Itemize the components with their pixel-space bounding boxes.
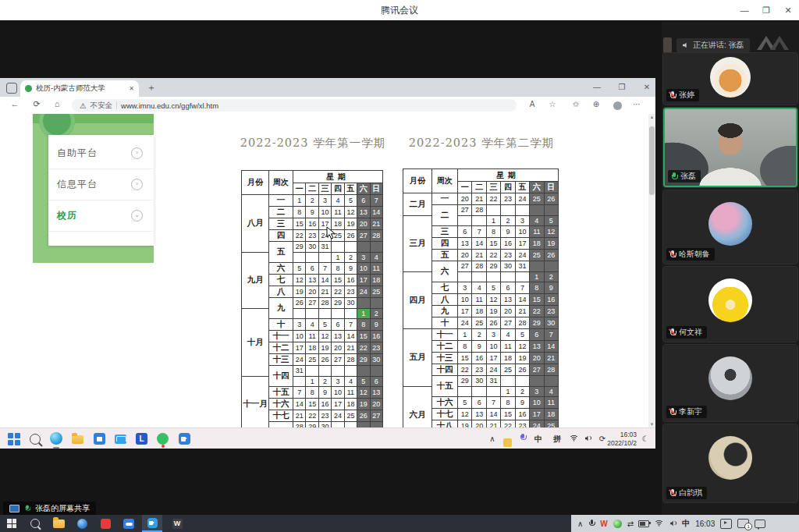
day-name-header: 日 — [544, 182, 558, 193]
browser-minimize-button[interactable]: — — [587, 78, 607, 97]
security-shield-icon[interactable] — [503, 432, 517, 445]
week-number-cell: 十四 — [432, 364, 458, 376]
calendar-day-cell — [501, 205, 515, 216]
scrollbar-thumb[interactable] — [649, 126, 655, 195]
tray-wifi-icon[interactable] — [570, 428, 581, 449]
video-player-tray-icon[interactable] — [720, 519, 732, 529]
browser-app-icon[interactable] — [72, 515, 92, 532]
tray-volume-icon[interactable] — [584, 428, 595, 449]
new-tab-button[interactable]: ＋ — [147, 81, 156, 94]
calendar-day-cell: 3 — [486, 329, 500, 341]
scroll-down-icon[interactable]: ▼ — [648, 422, 655, 427]
page-scrollbar[interactable]: ▲ ▼ — [648, 114, 655, 427]
participant-tile[interactable]: 哈斯朝鲁 — [663, 190, 797, 264]
calendar-day-cell: 21 — [472, 193, 486, 205]
ime-pinyin-indicator[interactable]: 拼 — [551, 428, 563, 449]
store-icon[interactable] — [94, 432, 107, 445]
green-app-icon[interactable] — [157, 432, 170, 445]
minimize-button[interactable]: — — [733, 0, 755, 20]
antivirus-globe-icon[interactable] — [613, 520, 622, 528]
focus-assist-moon-icon[interactable]: ☾ — [640, 428, 651, 449]
browser-close-button[interactable]: ✕ — [637, 78, 655, 97]
wps-tray-icon[interactable]: W — [600, 520, 607, 528]
l-app-icon[interactable]: L — [136, 432, 149, 445]
calendar-day-cell — [293, 376, 306, 387]
sync-icon[interactable]: ⟳ — [597, 428, 608, 449]
semester1-title: 2022-2023 学年第一学期 — [239, 136, 387, 151]
sidebar-item-info-platform[interactable]: 信息平台 › — [48, 169, 154, 200]
weekday-group-header: 星期 — [293, 171, 383, 183]
search-icon[interactable] — [25, 515, 45, 532]
browser-maximize-button[interactable]: ❐ — [612, 78, 632, 97]
clock[interactable]: 16:03 2022/10/2 — [607, 431, 637, 447]
calendar-day-cell: 22 — [458, 364, 472, 376]
red-app-icon[interactable] — [95, 515, 115, 532]
cloud-app-icon[interactable] — [119, 515, 139, 532]
collections-icon[interactable]: ✩ — [568, 100, 584, 108]
participant-tile[interactable]: 白韵琪 — [663, 424, 797, 502]
home-icon[interactable]: ⌂ — [50, 99, 64, 108]
participant-tile-speaking[interactable]: 张磊 — [663, 108, 797, 187]
favorites-icon[interactable]: ☆ — [545, 100, 560, 108]
edge-icon[interactable] — [50, 432, 63, 445]
week-number-cell: 八 — [432, 294, 458, 306]
tray-mic-icon[interactable] — [588, 520, 595, 528]
close-button[interactable]: ✕ — [777, 0, 799, 20]
profile-avatar[interactable] — [613, 101, 622, 110]
file-explorer-icon[interactable] — [48, 515, 69, 532]
sidebar-item-self-service[interactable]: 自助平台 › — [48, 138, 154, 169]
battery-icon[interactable] — [638, 520, 649, 527]
tab-title: 校历-内蒙古师范大学 — [36, 83, 125, 94]
screen-share-indicator[interactable]: 张磊的屏幕共享 — [3, 502, 96, 515]
more-menu-icon[interactable]: ⋯ — [629, 100, 645, 108]
start-icon[interactable] — [2, 515, 22, 532]
sync-arrows-icon[interactable]: ⇄ — [627, 520, 633, 528]
tab-search-icon[interactable] — [6, 83, 17, 94]
calendar-day-cell — [306, 252, 318, 263]
day-name-header: 五 — [515, 182, 529, 193]
calendar-day-cell: 12 — [318, 331, 331, 342]
sidebar-item-calendar[interactable]: 校历 ⌄ — [48, 200, 154, 232]
week-number-cell: 十二 — [432, 341, 458, 353]
notification-center-icon[interactable] — [755, 520, 765, 528]
mail-icon[interactable] — [115, 432, 128, 445]
calendar-day-cell — [293, 308, 306, 319]
participant-tile[interactable]: 张婷 — [663, 53, 797, 105]
file-explorer-icon[interactable] — [72, 432, 85, 445]
reload-icon[interactable]: ⟳ — [30, 99, 44, 109]
tray-mic-icon[interactable] — [517, 428, 528, 449]
meeting-app-icon[interactable] — [179, 432, 192, 445]
wps-app-icon[interactable]: W — [167, 515, 187, 532]
meeting-app-icon-active[interactable] — [142, 515, 162, 532]
calendar-day-cell: 4 — [472, 282, 486, 294]
week-number-cell: 十五 — [269, 387, 293, 399]
back-icon[interactable]: ← — [8, 99, 22, 108]
tray-time[interactable]: 16:03 — [695, 520, 715, 528]
browser-tab[interactable]: 校历-内蒙古师范大学 ✕ — [20, 80, 139, 97]
participant-tile[interactable]: 李新宇 — [663, 345, 797, 421]
calendar-day-cell: 11 — [344, 387, 357, 399]
maximize-button[interactable]: ❐ — [755, 0, 777, 20]
tray-chevron-icon[interactable]: ∧ — [487, 428, 498, 449]
calendar-day-cell — [318, 308, 331, 319]
calendar-day-cell: 28 — [370, 230, 382, 242]
calendar-day-cell: 22 — [306, 410, 318, 422]
calendar-day-cell: 30 — [318, 422, 331, 428]
scroll-up-icon[interactable]: ▲ — [648, 115, 655, 119]
search-icon[interactable] — [30, 432, 43, 445]
tray-chevron-icon[interactable]: ∧ — [577, 520, 583, 528]
touch-keyboard-icon[interactable]: 1 — [737, 519, 749, 528]
calendar-day-cell: 23 — [306, 230, 318, 242]
wifi-icon[interactable] — [655, 520, 663, 527]
volume-icon[interactable] — [669, 520, 676, 527]
read-aloud-icon[interactable]: A — [524, 100, 540, 108]
calendar-day-cell: 31 — [293, 366, 306, 377]
participant-tile[interactable]: 何文祥 — [663, 267, 797, 342]
ime-language-indicator[interactable]: 中 — [532, 428, 545, 449]
ime-language-indicator[interactable]: 中 — [682, 518, 690, 529]
calendar-day-cell: 7 — [472, 226, 486, 238]
start-icon[interactable] — [8, 432, 21, 446]
tab-close-icon[interactable]: ✕ — [129, 85, 134, 92]
address-bar[interactable]: ⚠ 不安全 www.imnu.edu.cn/ggfw/xl.htm — [72, 99, 517, 112]
browser-essentials-icon[interactable]: ⊕ — [588, 100, 604, 108]
